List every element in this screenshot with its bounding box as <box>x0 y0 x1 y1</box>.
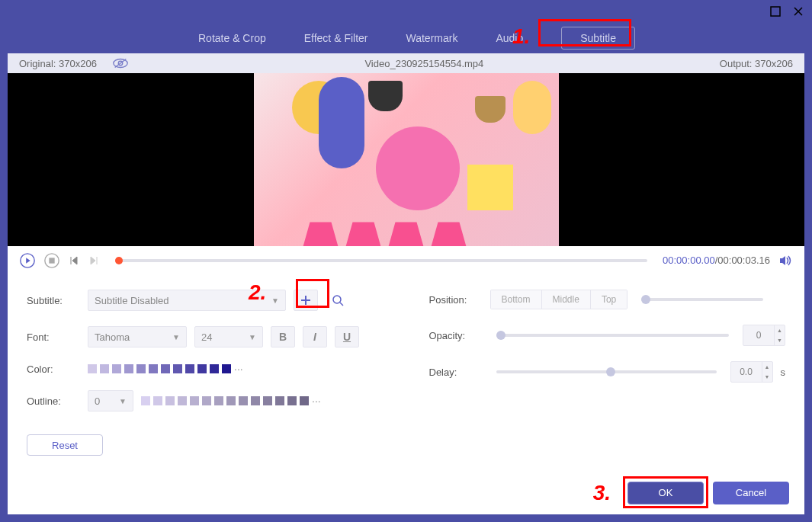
font-name-value: Tahoma <box>95 331 130 343</box>
outline-swatch[interactable] <box>202 396 211 405</box>
search-icon <box>332 294 344 306</box>
bold-button[interactable]: B <box>271 326 295 347</box>
annotation-3: 3. <box>593 481 611 505</box>
color-swatch[interactable] <box>173 364 182 373</box>
outline-size-value: 0 <box>95 396 100 407</box>
font-name-select[interactable]: Tahoma ▼ <box>88 326 187 347</box>
volume-icon[interactable] <box>778 253 793 268</box>
color-swatch[interactable] <box>100 364 109 373</box>
prev-frame-button[interactable] <box>68 252 80 269</box>
color-swatch[interactable] <box>197 364 207 373</box>
more-colors-button[interactable]: ··· <box>234 363 243 375</box>
outline-swatch[interactable] <box>226 396 236 405</box>
video-preview <box>8 73 804 245</box>
delay-label: Delay: <box>429 367 483 378</box>
outline-size-select[interactable]: 0 ▼ <box>88 390 133 412</box>
subtitle-select[interactable]: Subtitle Disabled ▼ <box>88 290 286 311</box>
subtitle-label: Subtitle: <box>27 295 80 306</box>
maximize-icon[interactable] <box>769 5 782 18</box>
italic-button[interactable]: I <box>303 326 327 347</box>
opacity-slider[interactable] <box>496 334 730 337</box>
font-label: Font: <box>27 331 80 343</box>
tab-subtitle[interactable]: Subtitle <box>561 27 635 50</box>
color-label: Color: <box>27 363 80 375</box>
outline-swatch[interactable] <box>214 396 223 405</box>
font-size-value: 24 <box>201 331 212 343</box>
outline-swatch[interactable] <box>141 396 150 405</box>
opacity-down-button[interactable]: ▼ <box>774 335 785 345</box>
chevron-down-icon: ▼ <box>271 296 279 305</box>
position-slider-thumb[interactable] <box>641 295 650 304</box>
color-swatch[interactable] <box>136 364 146 373</box>
tab-rotate-crop[interactable]: Rotate & Crop <box>198 32 266 44</box>
info-bar: Original: 370x206 Video_230925154554.mp4… <box>8 53 804 73</box>
cancel-button[interactable]: Cancel <box>713 482 789 504</box>
form-left-column: Subtitle: Subtitle Disabled ▼ Font: <box>27 290 384 456</box>
outline-swatch[interactable] <box>178 396 187 405</box>
position-middle-button[interactable]: Middle <box>542 290 591 309</box>
search-subtitle-button[interactable] <box>326 290 350 311</box>
time-current: 00:00:00.00 <box>663 255 715 266</box>
more-outline-colors-button[interactable]: ··· <box>312 395 321 407</box>
eye-off-icon[interactable] <box>112 57 129 69</box>
outline-swatch[interactable] <box>153 396 162 405</box>
reset-button[interactable]: Reset <box>27 434 103 456</box>
delay-spinner[interactable]: 0.0 ▲ ▼ <box>730 361 773 383</box>
svg-point-7 <box>333 296 341 303</box>
color-swatch[interactable] <box>124 364 133 373</box>
dialog-footer: 3. OK Cancel <box>8 471 804 514</box>
next-frame-button[interactable] <box>88 252 100 269</box>
outline-swatch[interactable] <box>300 396 309 405</box>
delay-slider-thumb[interactable] <box>606 367 615 376</box>
add-subtitle-button[interactable] <box>294 290 318 311</box>
color-swatch[interactable] <box>149 364 158 373</box>
outline-label: Outline: <box>27 396 80 407</box>
form-right-column: Position: Bottom Middle Top Opacity: <box>429 290 786 456</box>
color-swatch[interactable] <box>88 364 97 373</box>
timeline-slider[interactable] <box>115 259 647 262</box>
delay-down-button[interactable]: ▼ <box>762 372 772 382</box>
position-bottom-button[interactable]: Bottom <box>491 290 542 309</box>
position-slider[interactable] <box>641 298 763 301</box>
app-window: Rotate & Crop Effect & Filter Watermark … <box>0 0 812 522</box>
chevron-down-icon: ▼ <box>172 333 180 341</box>
outline-swatch[interactable] <box>239 396 248 405</box>
color-swatch[interactable] <box>210 364 219 373</box>
outline-swatch[interactable] <box>275 396 284 405</box>
opacity-value: 0 <box>743 330 774 341</box>
play-button[interactable] <box>19 252 36 269</box>
color-swatch[interactable] <box>161 364 170 373</box>
svg-rect-0 <box>771 7 780 16</box>
opacity-slider-thumb[interactable] <box>496 331 505 340</box>
color-swatch[interactable] <box>112 364 121 373</box>
stop-button[interactable] <box>43 252 60 269</box>
color-swatches: ··· <box>88 363 243 375</box>
position-top-button[interactable]: Top <box>591 290 627 309</box>
tabs-bar: Rotate & Crop Effect & Filter Watermark … <box>0 23 812 53</box>
tab-watermark[interactable]: Watermark <box>406 32 458 44</box>
outline-swatch[interactable] <box>190 396 199 405</box>
ok-button[interactable]: OK <box>627 482 704 504</box>
tab-audio[interactable]: Audio <box>496 32 523 44</box>
svg-rect-6 <box>49 258 54 263</box>
opacity-spinner[interactable]: 0 ▲ ▼ <box>743 325 785 346</box>
titlebar <box>0 0 812 23</box>
preview-thumbnail <box>254 73 559 245</box>
outline-swatch[interactable] <box>287 396 297 405</box>
close-icon[interactable] <box>792 5 804 18</box>
outline-swatches: ··· <box>141 395 321 407</box>
outline-swatch[interactable] <box>165 396 175 405</box>
playback-controls: 00:00:00.00/00:00:03.16 <box>8 246 804 275</box>
timeline-playhead[interactable] <box>115 257 123 264</box>
outline-swatch[interactable] <box>263 396 272 405</box>
delay-up-button[interactable]: ▲ <box>762 362 772 372</box>
tab-effect-filter[interactable]: Effect & Filter <box>304 32 368 44</box>
opacity-up-button[interactable]: ▲ <box>774 325 785 335</box>
opacity-label: Opacity: <box>429 330 483 341</box>
color-swatch[interactable] <box>185 364 194 373</box>
outline-swatch[interactable] <box>251 396 260 405</box>
delay-slider[interactable] <box>496 370 717 373</box>
font-size-select[interactable]: 24 ▼ <box>194 326 263 347</box>
underline-button[interactable]: U <box>335 326 359 347</box>
color-swatch[interactable] <box>222 364 231 373</box>
